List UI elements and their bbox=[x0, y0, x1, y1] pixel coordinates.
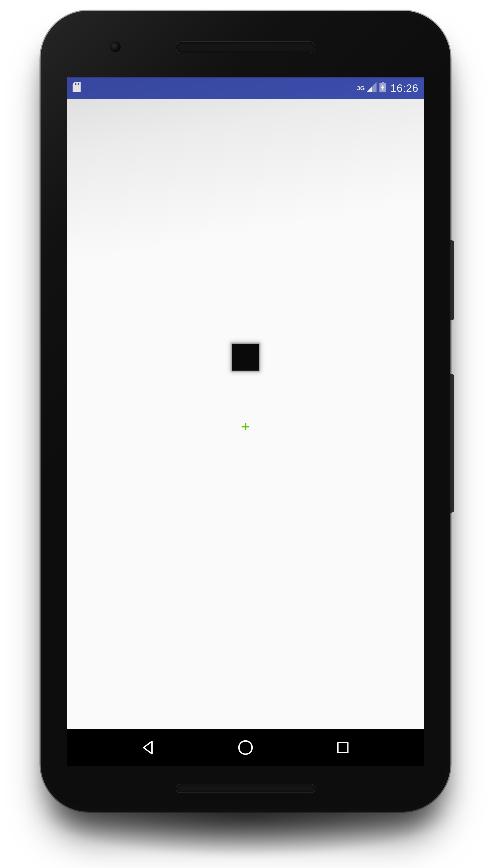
svg-rect-0 bbox=[75, 83, 76, 85]
signal-icon bbox=[367, 82, 377, 94]
hardware-power-button bbox=[451, 240, 454, 320]
status-bar: 3G 16:26 bbox=[67, 78, 424, 99]
network-type-label: 3G bbox=[357, 85, 365, 92]
front-camera bbox=[110, 41, 121, 52]
sd-card-icon bbox=[73, 82, 81, 94]
hardware-volume-rocker bbox=[451, 374, 454, 513]
phone-frame: 3G 16:26 bbox=[40, 11, 451, 812]
home-button[interactable] bbox=[224, 734, 267, 761]
earpiece-speaker bbox=[176, 41, 315, 53]
status-bar-left bbox=[73, 82, 81, 94]
recent-apps-button[interactable] bbox=[322, 734, 364, 761]
draggable-block[interactable] bbox=[232, 344, 259, 371]
device-screen: 3G 16:26 bbox=[67, 78, 424, 766]
status-bar-time: 16:26 bbox=[391, 82, 418, 94]
svg-rect-1 bbox=[77, 83, 77, 85]
svg-rect-2 bbox=[78, 83, 79, 85]
svg-rect-6 bbox=[338, 743, 348, 752]
status-bar-right: 3G 16:26 bbox=[357, 82, 418, 95]
app-content[interactable]: + bbox=[67, 99, 424, 729]
bottom-speaker bbox=[176, 784, 315, 793]
svg-rect-3 bbox=[382, 82, 384, 83]
battery-icon bbox=[379, 82, 386, 95]
navigation-bar bbox=[67, 729, 424, 766]
plus-marker-icon: + bbox=[241, 419, 250, 434]
back-button[interactable] bbox=[127, 734, 169, 761]
svg-point-5 bbox=[239, 741, 252, 754]
